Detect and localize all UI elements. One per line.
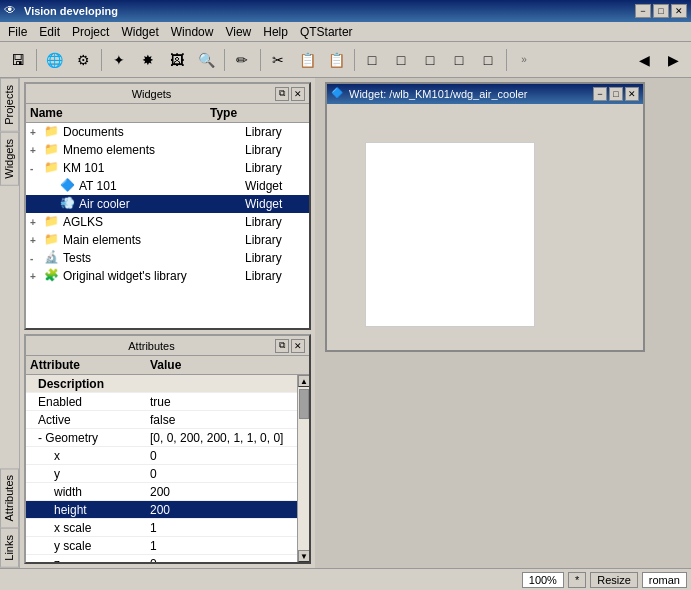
widget-minimize-button[interactable]: −: [593, 87, 607, 101]
tb-square1-button[interactable]: □: [358, 46, 386, 74]
menu-file[interactable]: File: [2, 23, 33, 41]
widget-window: 🔷 Widget: /wlb_KM101/wdg_air_cooler − □ …: [325, 82, 645, 352]
tree-row[interactable]: +📁Mnemo elementsLibrary: [26, 141, 309, 159]
tree-expand-icon[interactable]: -: [30, 253, 42, 264]
tree-item-icon: 🔬: [44, 250, 60, 266]
tab-links[interactable]: Links: [0, 528, 19, 568]
maximize-button[interactable]: □: [653, 4, 669, 18]
tree-expand-icon[interactable]: +: [30, 217, 42, 228]
widget-window-title: Widget: /wlb_KM101/wdg_air_cooler: [349, 88, 591, 100]
scroll-thumb[interactable]: [299, 389, 309, 419]
tb-square5-button[interactable]: □: [474, 46, 502, 74]
attrs-panel: Attributes ⧉ ✕ Attribute Value Descripti…: [24, 334, 311, 564]
tb-forward-button[interactable]: ▶: [659, 46, 687, 74]
tb-globe-button[interactable]: 🌐: [40, 46, 68, 74]
widgets-panel: Widgets ⧉ ✕ Name Type +📁DocumentsLibrary…: [24, 82, 311, 330]
menu-edit[interactable]: Edit: [33, 23, 66, 41]
scroll-up-button[interactable]: ▲: [298, 375, 309, 387]
tree-item-icon: 🧩: [44, 268, 60, 284]
tree-item-type: Widget: [245, 197, 305, 211]
attr-row[interactable]: Activefalse: [26, 411, 309, 429]
status-resize[interactable]: Resize: [590, 572, 638, 588]
tb-more-button[interactable]: »: [510, 46, 538, 74]
menu-window[interactable]: Window: [165, 23, 220, 41]
tb-square2-button[interactable]: □: [387, 46, 415, 74]
tb-square3-button[interactable]: □: [416, 46, 444, 74]
widgets-panel-titlebar: Widgets ⧉ ✕: [26, 84, 309, 104]
attr-row[interactable]: Description: [26, 375, 309, 393]
tb-separator-6: [503, 46, 509, 74]
tree-item-name: AT 101: [79, 179, 245, 193]
widget-canvas-area: [327, 104, 643, 365]
tree-row[interactable]: +📁AGLKSLibrary: [26, 213, 309, 231]
scroll-down-button[interactable]: ▼: [298, 550, 309, 562]
menu-project[interactable]: Project: [66, 23, 115, 41]
tree-row[interactable]: -🔬TestsLibrary: [26, 249, 309, 267]
attr-row[interactable]: height200: [26, 501, 309, 519]
menu-help[interactable]: Help: [257, 23, 294, 41]
tree-row[interactable]: +📁DocumentsLibrary: [26, 123, 309, 141]
widgets-panel-close[interactable]: ✕: [291, 87, 305, 101]
tree-row[interactable]: -📁KM 101Library: [26, 159, 309, 177]
tree-item-icon: 📁: [44, 214, 60, 230]
attrs-panel-close[interactable]: ✕: [291, 339, 305, 353]
attr-row[interactable]: y scale1: [26, 537, 309, 555]
tree-expand-icon[interactable]: -: [30, 163, 42, 174]
tab-projects[interactable]: Projects: [0, 78, 19, 132]
attr-value-cell: 0: [150, 557, 305, 563]
tree-expand-icon[interactable]: +: [30, 127, 42, 138]
menu-widget[interactable]: Widget: [115, 23, 164, 41]
tree-row[interactable]: 💨Air coolerWidget: [26, 195, 309, 213]
attr-row[interactable]: x scale1: [26, 519, 309, 537]
tb-square4-button[interactable]: □: [445, 46, 473, 74]
attrs-panel-restore[interactable]: ⧉: [275, 339, 289, 353]
status-bar: 100% * Resize roman: [0, 568, 691, 590]
tab-widgets[interactable]: Widgets: [0, 132, 19, 186]
widget-close-button[interactable]: ✕: [625, 87, 639, 101]
widget-maximize-button[interactable]: □: [609, 87, 623, 101]
tb-back-button[interactable]: ◀: [630, 46, 658, 74]
tree-row[interactable]: +📁Main elementsLibrary: [26, 231, 309, 249]
tree-expand-icon[interactable]: +: [30, 145, 42, 156]
tree-item-name: Main elements: [63, 233, 245, 247]
attr-row[interactable]: width200: [26, 483, 309, 501]
menu-qtstarter[interactable]: QTStarter: [294, 23, 359, 41]
close-button[interactable]: ✕: [671, 4, 687, 18]
attr-row[interactable]: z0: [26, 555, 309, 562]
attr-row[interactable]: x0: [26, 447, 309, 465]
menu-view[interactable]: View: [219, 23, 257, 41]
tb-cut-button[interactable]: ✂: [264, 46, 292, 74]
tree-item-icon: 📁: [44, 232, 60, 248]
tb-image-button[interactable]: 🖼: [163, 46, 191, 74]
attr-name-cell: height: [30, 503, 150, 517]
tree-expand-icon[interactable]: +: [30, 271, 42, 282]
attrs-body[interactable]: DescriptionEnabledtrueActivefalse- Geome…: [26, 375, 309, 562]
attrs-scrollbar[interactable]: ▲ ▼: [297, 375, 309, 562]
attr-col-value: Value: [150, 358, 181, 372]
tb-paste-button[interactable]: 📋: [322, 46, 350, 74]
tb-gear-button[interactable]: ⚙: [69, 46, 97, 74]
attr-name-cell: Description: [30, 377, 150, 391]
app-icon: 👁: [4, 3, 20, 19]
attr-row[interactable]: y0: [26, 465, 309, 483]
widgets-tree-body[interactable]: +📁DocumentsLibrary+📁Mnemo elementsLibrar…: [26, 123, 309, 328]
tb-copy-button[interactable]: 📋: [293, 46, 321, 74]
tree-row[interactable]: +🧩Original widget's libraryLibrary: [26, 267, 309, 285]
tb-search-button[interactable]: 🔍: [192, 46, 220, 74]
left-panels: Widgets ⧉ ✕ Name Type +📁DocumentsLibrary…: [20, 78, 315, 568]
tree-item-type: Library: [245, 125, 305, 139]
attr-row[interactable]: Enabledtrue: [26, 393, 309, 411]
tree-item-type: Library: [245, 269, 305, 283]
tb-open-button[interactable]: 🖫: [4, 46, 32, 74]
widgets-panel-restore[interactable]: ⧉: [275, 87, 289, 101]
tree-row[interactable]: 🔷AT 101Widget: [26, 177, 309, 195]
tb-star-button[interactable]: ✦: [105, 46, 133, 74]
tree-item-type: Library: [245, 161, 305, 175]
attr-row[interactable]: - Geometry[0, 0, 200, 200, 1, 1, 0, 0]: [26, 429, 309, 447]
tree-expand-icon[interactable]: +: [30, 235, 42, 246]
widgets-tree-header: Name Type: [26, 104, 309, 123]
minimize-button[interactable]: −: [635, 4, 651, 18]
tab-attributes[interactable]: Attributes: [0, 468, 19, 528]
tb-asterisk-button[interactable]: ✸: [134, 46, 162, 74]
tb-edit-button[interactable]: ✏: [228, 46, 256, 74]
